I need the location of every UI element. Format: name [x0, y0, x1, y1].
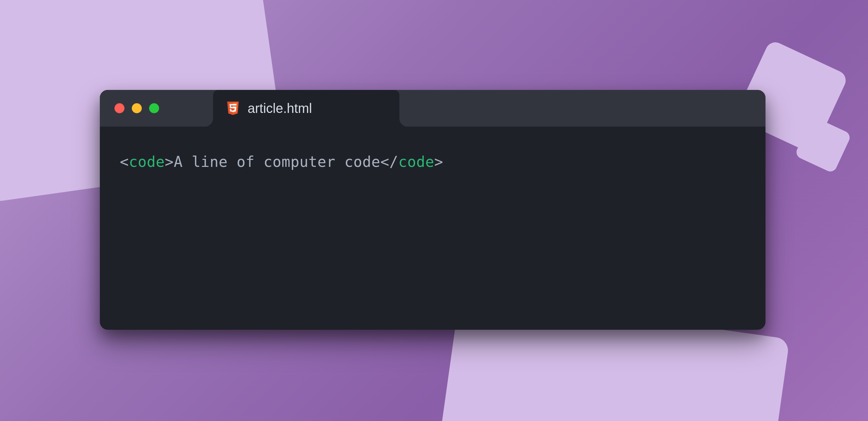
code-line: <code>A line of computer code</code>: [120, 153, 746, 170]
code-text-content: A line of computer code: [174, 153, 380, 170]
editor-content-area[interactable]: <code>A line of computer code</code>: [100, 127, 766, 197]
file-tab[interactable]: article.html: [213, 90, 399, 127]
maximize-button[interactable]: [149, 103, 159, 113]
window-title-bar: article.html: [100, 90, 766, 127]
html-tag-name: code: [129, 153, 165, 170]
close-slash: /: [390, 153, 398, 170]
code-editor-window: article.html <code>A line of computer co…: [100, 90, 766, 330]
window-controls: [115, 103, 159, 113]
angle-bracket-open: <: [120, 153, 129, 170]
angle-bracket-close: >: [165, 153, 174, 170]
close-button[interactable]: [115, 103, 124, 113]
angle-bracket-close: >: [434, 153, 443, 170]
tab-filename: article.html: [248, 101, 312, 116]
angle-bracket-open: <: [380, 153, 390, 170]
minimize-button[interactable]: [132, 103, 142, 113]
html-tag-name: code: [398, 153, 434, 170]
html5-icon: [226, 101, 240, 116]
